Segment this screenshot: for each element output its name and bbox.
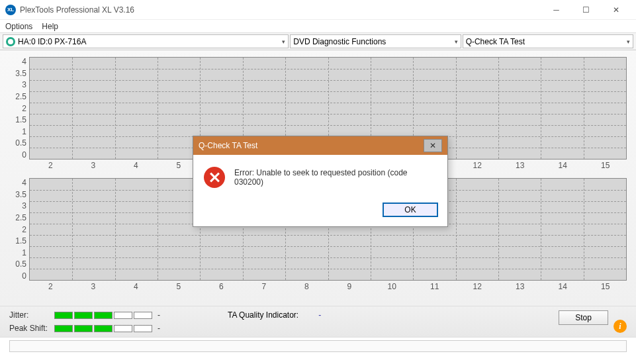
- peak-shift-meter: [54, 325, 152, 332]
- jitter-value: -: [158, 310, 168, 320]
- maximize-button[interactable]: ☐: [571, 0, 601, 20]
- meter-segment: [94, 312, 113, 319]
- stop-button[interactable]: Stop: [559, 310, 608, 325]
- meter-segment: [74, 325, 93, 332]
- meter-segment: [54, 312, 73, 319]
- y-tick-label: 1: [22, 248, 26, 257]
- category-dropdown[interactable]: DVD Diagnostic Functions ▾: [290, 34, 461, 48]
- menu-bar: Options Help: [0, 20, 636, 33]
- x-tick-label: 2: [29, 161, 72, 170]
- x-tick-label: 11: [414, 282, 457, 291]
- chevron-down-icon: ▾: [282, 38, 285, 45]
- y-tick-label: 3.5: [15, 190, 26, 199]
- x-tick-label: 12: [456, 282, 499, 291]
- y-tick-label: 3.5: [15, 69, 26, 78]
- status-bar: Jitter: - Peak Shift: - TA Quality Indic…: [0, 306, 636, 338]
- x-tick-label: 7: [243, 282, 286, 291]
- meter-segment: [94, 325, 113, 332]
- test-dropdown-label: Q-Check TA Test: [466, 37, 525, 46]
- y-tick-label: 0: [22, 150, 26, 159]
- x-tick-label: 10: [371, 282, 414, 291]
- device-dropdown-label: HA:0 ID:0 PX-716A: [18, 37, 86, 46]
- window-title: PlexTools Professional XL V3.16: [20, 5, 134, 15]
- chevron-down-icon: ▾: [455, 38, 458, 45]
- x-tick-label: 4: [114, 282, 158, 291]
- meter-segment: [134, 325, 152, 332]
- meter-segment: [74, 312, 93, 319]
- x-tick-label: 14: [541, 161, 584, 170]
- x-tick-label: 3: [72, 161, 115, 170]
- x-tick-label: 6: [200, 282, 243, 291]
- error-dialog: Q-Check TA Test ✕ Error: Unable to seek …: [193, 136, 448, 227]
- x-tick-label: 15: [584, 282, 627, 291]
- y-tick-label: 0.5: [15, 138, 26, 148]
- dialog-title: Q-Check TA Test: [199, 141, 257, 150]
- x-tick-label: 13: [499, 161, 542, 170]
- app-icon: XL: [5, 5, 16, 15]
- y-tick-label: 3: [22, 80, 26, 89]
- y-tick-label: 1: [22, 127, 26, 136]
- x-tick-label: 8: [285, 282, 328, 291]
- x-tick-label: 2: [29, 282, 72, 291]
- title-bar: XL PlexTools Professional XL V3.16 ─ ☐ ✕: [0, 0, 636, 20]
- ta-quality-value: -: [318, 310, 321, 320]
- y-tick-label: 4: [22, 57, 26, 66]
- toolbar: HA:0 ID:0 PX-716A ▾ DVD Diagnostic Funct…: [0, 33, 636, 50]
- y-tick-label: 1.5: [15, 115, 26, 124]
- x-tick-label: 12: [456, 161, 499, 170]
- x-tick-label: 5: [158, 282, 201, 291]
- close-button[interactable]: ✕: [601, 0, 631, 20]
- x-tick-label: 14: [541, 282, 584, 291]
- x-tick-label: 9: [328, 282, 371, 291]
- menu-help[interactable]: Help: [42, 22, 58, 31]
- meter-segment: [54, 325, 73, 332]
- menu-options[interactable]: Options: [5, 22, 32, 31]
- ok-button[interactable]: OK: [383, 203, 438, 217]
- peak-shift-label: Peak Shift:: [9, 324, 49, 333]
- jitter-label: Jitter:: [9, 310, 49, 320]
- test-dropdown[interactable]: Q-Check TA Test ▾: [463, 34, 633, 48]
- meter-segment: [114, 325, 132, 332]
- ta-quality-label: TA Quality Indicator:: [228, 310, 298, 320]
- info-icon[interactable]: i: [613, 320, 627, 333]
- category-dropdown-label: DVD Diagnostic Functions: [293, 37, 386, 46]
- x-tick-label: 15: [584, 161, 627, 170]
- x-tick-label: 3: [72, 282, 115, 291]
- x-tick-label: 4: [114, 161, 158, 170]
- x-tick-label: 13: [499, 282, 542, 291]
- y-tick-label: 3: [22, 201, 26, 210]
- jitter-meter: [54, 312, 152, 319]
- chevron-down-icon: ▾: [627, 38, 630, 45]
- bottom-status-strip: [9, 340, 627, 352]
- peak-shift-value: -: [158, 324, 168, 333]
- y-tick-label: 0.5: [15, 259, 26, 269]
- dialog-message: Error: Unable to seek to requested posit…: [234, 168, 437, 187]
- device-dropdown[interactable]: HA:0 ID:0 PX-716A ▾: [3, 34, 289, 48]
- y-tick-label: 2: [22, 225, 26, 234]
- y-tick-label: 0: [22, 271, 26, 281]
- y-tick-label: 2.5: [15, 213, 26, 222]
- meter-segment: [114, 312, 132, 319]
- y-tick-label: 2.5: [15, 92, 26, 101]
- meter-segment: [134, 312, 152, 319]
- minimize-button[interactable]: ─: [541, 0, 571, 20]
- y-tick-label: 2: [22, 104, 26, 113]
- dialog-close-button[interactable]: ✕: [424, 139, 442, 152]
- error-icon: [204, 167, 225, 188]
- disc-icon: [6, 37, 15, 46]
- y-tick-label: 4: [22, 178, 26, 187]
- y-tick-label: 1.5: [15, 236, 26, 246]
